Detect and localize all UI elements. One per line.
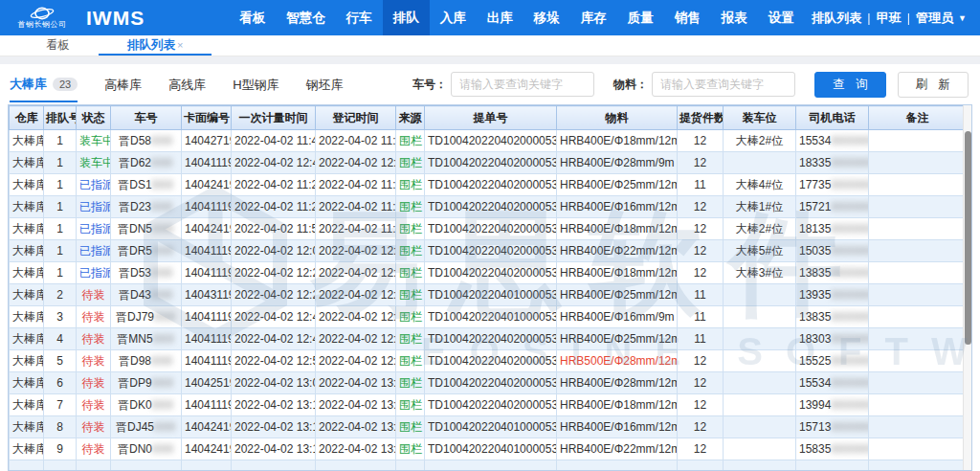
column-header-装车位: 装车位: [724, 106, 796, 130]
warehouse-tab-高线库[interactable]: 高线库: [168, 67, 206, 101]
user-info-item[interactable]: 管理员: [916, 10, 953, 27]
cell-source: 围栏: [396, 350, 425, 372]
table-row[interactable]: 大棒库4待装晋MN5888140411192022-04-02 12:49202…: [10, 328, 967, 350]
user-info[interactable]: 排队列表|甲班|管理员▼: [812, 10, 967, 27]
refresh-button[interactable]: 刷 新: [898, 72, 969, 98]
cell-material: HRB400E/Φ22mm/12m: [557, 240, 678, 262]
cell-queue-no: 1: [44, 218, 77, 240]
warehouse-tab-高棒库[interactable]: 高棒库: [104, 67, 142, 101]
cell-phone: 18335888888: [796, 152, 869, 174]
cell-register-time: 2022-04-02 13:12: [316, 394, 396, 416]
cell-plate: 晋DN0888: [111, 438, 182, 460]
tab-看板[interactable]: 看板: [17, 35, 99, 56]
cell-weigh-time: 2022-04-02 13:09: [232, 372, 316, 394]
warehouse-tab-钢坯库[interactable]: 钢坯库: [306, 67, 344, 101]
cell-register-time: 2022-04-02 12:25: [316, 284, 396, 306]
nav-item-智慧仓[interactable]: 智慧仓: [276, 0, 336, 35]
cell-plate: 晋DK0888: [111, 394, 182, 416]
globe-orbit-icon: [30, 7, 55, 20]
plate-search-input[interactable]: [451, 72, 594, 97]
cell-card-no: 14041119: [182, 262, 232, 284]
search-button[interactable]: 查 询: [814, 72, 885, 98]
cell-card-no: 14041119: [182, 240, 232, 262]
cell-bill-no: TD10042022040200005320: [425, 372, 557, 394]
table-row[interactable]: 大棒库1装车中晋D58888140427192022-04-02 11:4320…: [10, 130, 967, 152]
cell-register-time: 2022-04-02 13:16: [316, 416, 396, 438]
table-row[interactable]: 大棒库5待装晋D98888140411192022-04-02 12:50202…: [10, 350, 967, 372]
vertical-scrollbar[interactable]: [963, 105, 971, 470]
table-row[interactable]: 大棒库1已指派晋DN5888140424192022-04-02 11:5320…: [10, 218, 967, 240]
scrollbar-thumb[interactable]: [965, 131, 971, 345]
cell-plate: 晋D53888: [111, 262, 182, 284]
redacted-phone-digits: 888888: [831, 332, 868, 346]
table-row[interactable]: 大棒库2待装晋D43888140431192022-04-02 12:24202…: [10, 284, 967, 306]
table-row[interactable]: 大棒库9待装晋DN0888140424192022-04-02 13:18202…: [10, 438, 967, 460]
table-row[interactable]: 大棒库6待装晋DP9888140425192022-04-02 13:09202…: [10, 372, 967, 394]
redacted-plate-digits: 888: [151, 266, 173, 280]
cell-source: 围栏: [396, 438, 425, 460]
tab-排队列表[interactable]: 排队列表×: [99, 35, 212, 56]
nav-item-报表[interactable]: 报表: [711, 0, 758, 35]
table-row[interactable]: 大棒库1已指派晋DR5888140411192022-04-02 12:0220…: [10, 240, 967, 262]
cell-note: [869, 152, 967, 174]
redacted-phone-digits: 888888: [831, 156, 868, 169]
redacted-plate-digits: 888: [151, 354, 173, 368]
cell-card-no: 14041119: [182, 394, 232, 416]
table-row[interactable]: 大棒库1装车中晋D62888140411192022-04-02 12:4620…: [10, 152, 967, 174]
nav-item-移垛[interactable]: 移垛: [523, 0, 570, 35]
search-area: 车号： 物料： 查 询 刷 新: [412, 72, 970, 98]
caret-down-icon[interactable]: ▼: [958, 13, 967, 23]
cell-dock: 大棒4#位: [724, 174, 796, 196]
cell-empty: [111, 460, 182, 471]
cell-material: HRB400E/Φ18mm/12m: [557, 394, 678, 416]
cell-warehouse: 大棒库: [10, 438, 44, 460]
nav-item-质量[interactable]: 质量: [617, 0, 664, 35]
close-tab-icon[interactable]: ×: [177, 39, 183, 51]
cell-dock: [724, 350, 796, 372]
nav-item-设置[interactable]: 设置: [758, 0, 805, 35]
cell-empty: [77, 460, 111, 471]
cell-queue-no: 5: [44, 350, 77, 372]
main-nav: 看板智慧仓行车排队入库出库移垛库存质量销售报表设置: [229, 0, 805, 35]
nav-item-库存[interactable]: 库存: [570, 0, 617, 35]
user-info-item[interactable]: 甲班: [877, 10, 902, 27]
nav-item-入库[interactable]: 入库: [430, 0, 477, 35]
cell-plate: 晋D98888: [111, 350, 182, 372]
table-row[interactable]: 大棒库8待装晋DJ45888140424192022-04-02 13:1520…: [10, 416, 967, 438]
warehouse-tab-大棒库[interactable]: 大棒库23: [10, 66, 78, 102]
column-header-备注: 备注: [869, 106, 967, 130]
cell-empty: [796, 460, 869, 471]
nav-item-看板[interactable]: 看板: [229, 0, 276, 35]
nav-item-出库[interactable]: 出库: [477, 0, 523, 35]
redacted-plate-digits: 888: [151, 288, 173, 302]
material-filter-label: 物料：: [613, 77, 648, 93]
cell-register-time: 2022-04-02 12:49: [316, 328, 396, 350]
cell-material: HRB400E/Φ28mm/12m: [557, 372, 678, 394]
table-row[interactable]: 大棒库7待装晋DK0888140411192022-04-02 13:11202…: [10, 394, 967, 416]
cell-card-no: 14041119: [182, 152, 232, 174]
table-row[interactable]: 大棒库3待装晋DJ79888140411192022-04-02 12:4120…: [10, 306, 967, 328]
redacted-plate-digits: 888: [152, 376, 174, 390]
cell-status: 待装: [77, 372, 111, 394]
warehouse-tab-H型钢库[interactable]: H型钢库: [233, 67, 278, 101]
cell-queue-no: 1: [44, 152, 77, 174]
cell-material: HRB400E/Φ18mm/12m: [557, 262, 678, 284]
table-row[interactable]: 大棒库1已指派晋D23888140411192022-04-02 11:2820…: [10, 196, 967, 218]
redacted-plate-digits: 888: [152, 244, 174, 258]
cell-material: HRB400E/Φ16mm/12m: [557, 416, 678, 438]
nav-item-行车[interactable]: 行车: [336, 0, 383, 35]
cell-plate: 晋D23888: [111, 196, 182, 218]
material-search-input[interactable]: [652, 72, 795, 97]
cell-phone: 18135888888: [796, 218, 869, 240]
nav-item-销售[interactable]: 销售: [664, 0, 711, 35]
table-row[interactable]: 大棒库1已指派晋DS1888140424192022-04-02 11:2620…: [10, 174, 967, 196]
cell-material: HRB400E/Φ16mm/12m: [557, 196, 678, 218]
cell-weigh-time: 2022-04-02 13:11: [232, 394, 316, 416]
cell-bill-no: TD10042022040100005318: [425, 306, 557, 328]
table-row[interactable]: 大棒库1已指派晋D53888140411192022-04-02 12:2120…: [10, 262, 967, 284]
nav-item-排队[interactable]: 排队: [383, 0, 430, 35]
cell-qty: 12: [678, 130, 724, 152]
redacted-phone-digits: 888888: [831, 354, 868, 368]
cell-status: 装车中: [77, 130, 111, 152]
user-info-item[interactable]: 排队列表: [812, 10, 861, 27]
